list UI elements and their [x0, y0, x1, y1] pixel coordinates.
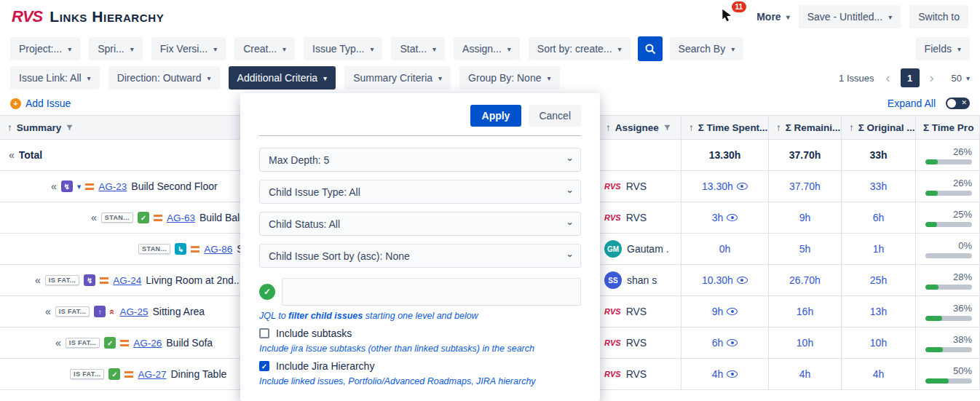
subtask-teal-icon [175, 243, 186, 255]
column-label: Assignee [615, 122, 659, 133]
checkbox-icon[interactable] [259, 361, 269, 371]
checkbox-icon[interactable] [259, 328, 269, 338]
issue-key-link[interactable]: AG-86 [204, 244, 232, 255]
criteria-dropdown-0[interactable]: Issue Link: All ▾ [10, 66, 100, 90]
remaining-cell: 9h [769, 202, 842, 233]
collapse-icon[interactable]: « [9, 149, 15, 161]
filter-dropdown-5[interactable]: Stat... ▾ [391, 37, 445, 60]
eye-icon[interactable] [727, 214, 738, 221]
chevron-down-icon: ▾ [786, 13, 790, 21]
time-spent-cell: 6h [681, 327, 769, 358]
expand-all-toggle[interactable]: ✕ [946, 98, 970, 109]
remaining-value: 5h [799, 243, 811, 255]
collapse-icon[interactable]: « [91, 212, 97, 223]
criteria-dropdown-4[interactable]: Group By: None ▾ [459, 66, 559, 90]
expand-all-link[interactable]: Expand All [888, 98, 936, 109]
search-by-dropdown[interactable]: Search By ▾ [670, 37, 744, 60]
criteria-dropdown-2[interactable]: Additional Criteria ▾ [229, 66, 336, 90]
include-jira-hierarchy-checkbox[interactable]: Include Jira Hierarchy [259, 360, 581, 372]
dropdown-label: Spri... [98, 43, 125, 55]
popup-dropdown[interactable]: Child Status: All › [259, 212, 581, 236]
chevron-down-icon: ▾ [323, 74, 327, 82]
chevron-down-icon: ▾ [731, 45, 735, 53]
column-header-spent[interactable]: ↑ Σ Time Spent... [681, 116, 769, 139]
more-button[interactable]: More ▾ [756, 11, 789, 23]
page-size-dropdown[interactable]: 50 ▾ [952, 73, 971, 84]
collapse-icon[interactable]: « [35, 274, 41, 286]
eye-icon[interactable] [737, 277, 748, 284]
popup-dropdown[interactable]: Child Issue Sort by (asc): None › [259, 244, 581, 268]
include-subtasks-checkbox[interactable]: Include subtasks [259, 327, 581, 339]
filter-icon[interactable] [66, 124, 74, 132]
assignee-cell: SS shan s [598, 265, 681, 295]
cancel-button[interactable]: Cancel [529, 105, 581, 127]
hierarchy-hint: Include linked issues, Portfolio/Advance… [259, 376, 581, 386]
save-dropdown[interactable]: Save - Untitled... ▾ [799, 5, 901, 28]
eye-icon[interactable] [727, 308, 738, 315]
issue-key-link[interactable]: AG-63 [167, 213, 195, 223]
original-cell: 25h [842, 265, 916, 295]
remaining-value: 9h [799, 212, 811, 223]
criteria-dropdown-1[interactable]: Direction: Outward ▾ [108, 66, 220, 90]
filter-dropdown-7[interactable]: Sort by: create... ▾ [529, 37, 631, 60]
filter-dropdown-2[interactable]: Fix Versi... ▾ [151, 37, 226, 60]
eye-icon[interactable] [737, 183, 748, 190]
issue-key-link[interactable]: AG-27 [138, 369, 166, 380]
medium-priority-icon [125, 371, 133, 378]
issue-key-link[interactable]: AG-26 [133, 338, 162, 349]
current-page[interactable]: 1 [901, 68, 920, 87]
dropdown-label: Project:... [19, 43, 62, 55]
issue-key-link[interactable]: AG-23 [98, 181, 127, 192]
link-type-badge: STAN... [101, 213, 133, 223]
add-issue-button[interactable]: + Add Issue [10, 98, 71, 109]
column-header-remaining[interactable]: ↑ Σ Remaini... [769, 116, 842, 139]
plus-icon: + [10, 98, 21, 109]
eye-icon[interactable] [727, 339, 738, 346]
collapse-icon[interactable]: « [51, 180, 57, 192]
time-progress-cell: 0% [916, 234, 980, 264]
expand-caret-icon[interactable]: ▾ [77, 182, 82, 191]
time-spent-cell: 3h [681, 202, 769, 233]
time-spent-cell: 0h [681, 234, 769, 264]
issue-key-link[interactable]: AG-24 [113, 275, 141, 286]
search-button[interactable] [638, 36, 663, 61]
popup-dropdown-label: Child Status: All [269, 218, 340, 230]
eye-icon[interactable] [727, 370, 738, 378]
column-header-progress[interactable]: Σ Time Pro [916, 116, 980, 139]
issue-summary: Build Sofa [166, 337, 213, 349]
switch-to-button[interactable]: Switch to [909, 5, 968, 28]
criteria-dropdown-3[interactable]: Summary Criteria ▾ [344, 66, 451, 90]
time-spent-cell: 13.30h [681, 140, 769, 170]
popup-dropdown[interactable]: Child Issue Type: All › [259, 180, 581, 204]
filter-icon[interactable] [663, 124, 671, 132]
filter-dropdown-4[interactable]: Issue Typ... ▾ [304, 37, 382, 60]
dropdown-label: Assign... [462, 43, 502, 55]
collapse-icon[interactable]: « [45, 306, 51, 317]
chevron-down-icon: ▾ [507, 45, 511, 53]
original-cell: 10h [842, 327, 916, 358]
column-header-assignee[interactable]: ↑ Assignee [598, 116, 681, 139]
fields-dropdown[interactable]: Fields ▾ [916, 37, 970, 60]
filter-dropdown-1[interactable]: Spri... ▾ [89, 37, 143, 60]
collapse-icon[interactable]: « [55, 337, 61, 349]
column-header-original[interactable]: ↑ Σ Original ... [842, 116, 916, 139]
original-value: 33h [870, 180, 887, 192]
filter-dropdown-0[interactable]: Project:... ▾ [10, 37, 80, 60]
chevron-down-icon: ▾ [888, 13, 892, 21]
progress-fill [925, 222, 937, 227]
chevron-down-icon: ▾ [618, 45, 622, 53]
popup-dropdown[interactable]: Max Depth: 5 › [259, 148, 581, 172]
jql-input[interactable] [282, 278, 581, 306]
page-size-value: 50 [952, 73, 962, 84]
link-type-badge: IS FAT... [66, 338, 100, 348]
time-progress-cell: 26% [916, 171, 980, 202]
filter-dropdown-6[interactable]: Assign... ▾ [454, 37, 520, 60]
epic-purple-icon [84, 274, 95, 286]
issue-key-link[interactable]: AG-25 [119, 306, 148, 317]
previous-page-icon[interactable]: ‹ [883, 71, 893, 84]
apply-button[interactable]: Apply [470, 105, 522, 127]
assignee-cell [598, 140, 681, 170]
next-page-icon[interactable]: › [927, 71, 937, 84]
filter-dropdown-3[interactable]: Creat... ▾ [234, 37, 295, 60]
switch-to-label: Switch to [918, 11, 960, 23]
